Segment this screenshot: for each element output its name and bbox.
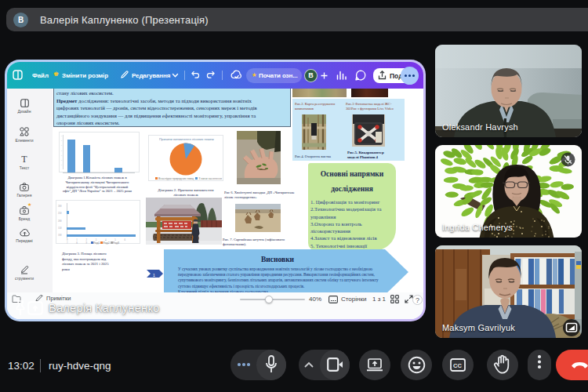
svg-text:CC: CC [453, 362, 462, 369]
svg-text:1: 1 [153, 273, 155, 278]
